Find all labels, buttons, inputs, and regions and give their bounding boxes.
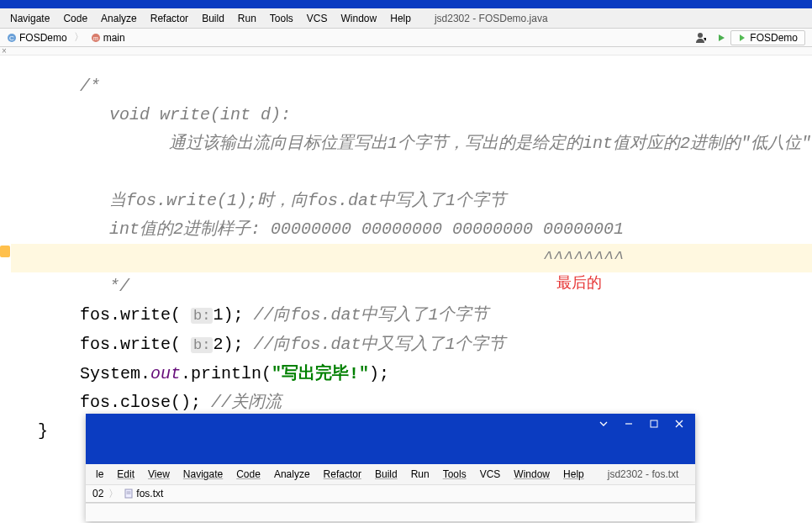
menu-vcs[interactable]: VCS bbox=[300, 11, 335, 26]
comment-line: void write(int d): bbox=[11, 101, 812, 129]
run-config-label: FOSDemo bbox=[750, 32, 798, 44]
close-icon[interactable] bbox=[667, 415, 692, 433]
breadcrumb-file-label: fos.txt bbox=[136, 488, 163, 499]
menu-refactor[interactable]: Refactor bbox=[144, 11, 195, 26]
secondary-menu-bar: le Edit View Navigate Code Analyze Refac… bbox=[86, 464, 695, 484]
menu-vcs[interactable]: VCS bbox=[473, 467, 508, 482]
menu-analyze[interactable]: Analyze bbox=[267, 467, 317, 482]
secondary-header bbox=[86, 434, 695, 464]
svg-text:m: m bbox=[93, 35, 98, 41]
menu-help[interactable]: Help bbox=[556, 467, 591, 482]
menu-run[interactable]: Run bbox=[404, 467, 436, 482]
secondary-titlebar[interactable] bbox=[86, 414, 695, 434]
main-menu-bar: Navigate Code Analyze Refactor Build Run… bbox=[0, 8, 812, 29]
svg-text:C: C bbox=[9, 34, 14, 42]
comment-line: 当fos.write(1);时，向fos.dat中写入了1个字节 bbox=[11, 187, 812, 215]
user-icon[interactable]: ▾ bbox=[688, 30, 712, 45]
code-editor[interactable]: /* void write(int d): 通过该输出流向目标位置写出1个字节，… bbox=[0, 55, 812, 446]
menu-code[interactable]: Code bbox=[229, 467, 267, 482]
chevron-down-icon[interactable] bbox=[591, 415, 616, 433]
text-file-icon bbox=[124, 489, 134, 499]
play-icon bbox=[716, 33, 726, 43]
secondary-window-title: jsd2302 - fos.txt bbox=[608, 468, 679, 480]
blank-line bbox=[11, 158, 812, 187]
breadcrumb-label: main bbox=[103, 32, 125, 44]
menu-build[interactable]: Build bbox=[368, 467, 404, 482]
minimize-icon[interactable] bbox=[616, 415, 641, 433]
breadcrumb-label: FOSDemo bbox=[19, 32, 67, 44]
gutter-warning-icon[interactable] bbox=[0, 246, 10, 257]
menu-help[interactable]: Help bbox=[383, 11, 418, 26]
tab-gutter: × bbox=[0, 47, 812, 55]
menu-refactor[interactable]: Refactor bbox=[317, 467, 368, 482]
method-icon: m bbox=[91, 33, 101, 43]
maximize-icon[interactable] bbox=[641, 415, 667, 433]
class-icon: C bbox=[7, 33, 17, 43]
breadcrumb-class[interactable]: C FOSDemo bbox=[3, 31, 71, 45]
menu-tools[interactable]: Tools bbox=[436, 467, 473, 482]
breadcrumb-method[interactable]: m main bbox=[87, 31, 129, 45]
secondary-ide-window[interactable]: le Edit View Navigate Code Analyze Refac… bbox=[86, 414, 695, 521]
svg-rect-9 bbox=[651, 420, 657, 427]
menu-navigate[interactable]: Navigate bbox=[177, 467, 229, 482]
close-tab-icon[interactable]: × bbox=[2, 46, 7, 55]
code-write-2: fos.write( b:2); //向fos.dat中又写入了1个字节 bbox=[11, 330, 812, 360]
window-title: jsd2302 - FOSDemo.java bbox=[435, 13, 548, 24]
comment-end: */ bbox=[11, 272, 812, 301]
annotation-text: 最后的 bbox=[556, 269, 602, 298]
menu-run[interactable]: Run bbox=[231, 11, 263, 26]
comment-line: 通过该输出流向目标位置写出1个字节，写出的是给定的int值对应的2进制的"低八位… bbox=[11, 129, 812, 158]
menu-file[interactable]: le bbox=[89, 467, 110, 482]
menu-window[interactable]: Window bbox=[507, 467, 556, 482]
menu-navigate[interactable]: Navigate bbox=[3, 11, 56, 26]
menu-window[interactable]: Window bbox=[335, 11, 384, 26]
comment-caret-line: ^^^^^^^^ bbox=[11, 244, 812, 272]
menu-tools[interactable]: Tools bbox=[263, 11, 300, 26]
secondary-toolbar bbox=[86, 503, 695, 521]
svg-text:▾: ▾ bbox=[704, 35, 706, 43]
menu-code[interactable]: Code bbox=[56, 11, 94, 26]
breadcrumb-bar: C FOSDemo 〉 m main ▾ FOSDemo bbox=[0, 29, 812, 47]
secondary-breadcrumb: 02 〉 fos.txt bbox=[86, 484, 695, 503]
svg-marker-6 bbox=[719, 34, 725, 41]
menu-edit[interactable]: Edit bbox=[110, 467, 141, 482]
comment-line: int值的2进制样子: 00000000 00000000 00000000 0… bbox=[11, 215, 812, 244]
menu-view[interactable]: View bbox=[141, 467, 177, 482]
title-bar bbox=[0, 0, 812, 8]
svg-marker-7 bbox=[740, 34, 745, 41]
param-hint: b: bbox=[191, 337, 213, 353]
run-arrow-icon bbox=[738, 34, 746, 42]
breadcrumb-file[interactable]: fos.txt bbox=[120, 487, 166, 500]
breadcrumb-separator: 〉 bbox=[74, 30, 84, 45]
breadcrumb-folder[interactable]: 02 bbox=[89, 487, 107, 500]
code-write-1: fos.write( b:1); //向fos.dat中写入了1个字节 bbox=[11, 301, 812, 330]
comment-line: /* bbox=[11, 72, 812, 101]
run-config-icon[interactable] bbox=[715, 32, 727, 44]
menu-build[interactable]: Build bbox=[195, 11, 231, 26]
param-hint: b: bbox=[191, 308, 213, 324]
person-icon: ▾ bbox=[694, 32, 706, 44]
run-config-selector[interactable]: FOSDemo bbox=[730, 30, 805, 45]
menu-analyze[interactable]: Analyze bbox=[94, 11, 144, 26]
breadcrumb-separator: 〉 bbox=[108, 487, 119, 501]
code-println: System.out.println("写出完毕!"); bbox=[11, 360, 812, 388]
svg-point-4 bbox=[698, 33, 703, 38]
code-close: fos.close(); //关闭流 bbox=[11, 388, 812, 417]
